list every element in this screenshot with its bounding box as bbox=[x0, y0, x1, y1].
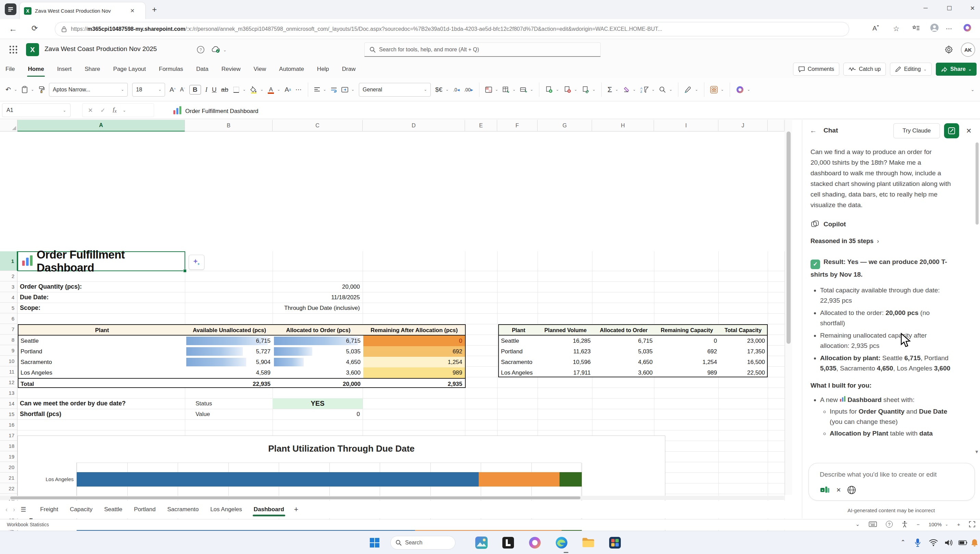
row-header-16[interactable]: 16 bbox=[0, 419, 18, 430]
row-header-5[interactable]: 5 bbox=[0, 302, 18, 313]
row-header-18[interactable]: 18 bbox=[0, 441, 18, 451]
ink-icon[interactable] bbox=[684, 86, 692, 93]
catch-up-button[interactable]: Catch up bbox=[843, 63, 886, 76]
input-value[interactable]: 20,000 bbox=[219, 283, 360, 290]
row-header-13[interactable]: 13 bbox=[0, 388, 18, 398]
chat-scroll-down-icon[interactable]: ▼ bbox=[975, 449, 979, 454]
vertical-scrollbar-thumb[interactable] bbox=[786, 132, 791, 344]
workbook-context-icon[interactable]: x bbox=[820, 485, 830, 495]
underline-button[interactable]: U bbox=[212, 86, 217, 94]
fill-color-icon[interactable] bbox=[250, 86, 257, 94]
name-box[interactable]: A1⌄ bbox=[2, 103, 70, 117]
views-icon[interactable] bbox=[710, 86, 718, 94]
number-format-select[interactable]: General⌄ bbox=[359, 83, 431, 97]
zoom-level[interactable]: 100% bbox=[929, 522, 942, 527]
sheet-tab-los-angeles[interactable]: Los Angeles bbox=[204, 501, 248, 518]
input-value[interactable]: Through Due Date (inclusive) bbox=[219, 305, 360, 312]
menu-tab-review[interactable]: Review bbox=[221, 64, 242, 75]
settings-gear-icon[interactable] bbox=[944, 45, 953, 56]
copilot-app-icon[interactable] bbox=[527, 535, 542, 550]
menu-tab-share[interactable]: Share bbox=[84, 64, 101, 75]
format-cells-icon[interactable] bbox=[582, 86, 589, 93]
file-explorer-icon[interactable] bbox=[581, 535, 596, 550]
store-app-icon[interactable] bbox=[608, 535, 622, 550]
save-state-chevron-icon[interactable]: ⌄ bbox=[223, 48, 226, 53]
row-header-21[interactable]: 21 bbox=[0, 473, 18, 483]
wifi-icon[interactable] bbox=[927, 536, 940, 549]
comments-button[interactable]: Comments bbox=[793, 63, 839, 76]
menu-tab-automate[interactable]: Automate bbox=[278, 64, 305, 75]
row-header-11[interactable]: 11 bbox=[0, 366, 18, 377]
column-header-A[interactable]: A bbox=[18, 120, 185, 132]
photos-app-icon[interactable] bbox=[474, 535, 489, 550]
row-header-15[interactable]: 15 bbox=[0, 409, 18, 419]
menu-tab-draw[interactable]: Draw bbox=[341, 64, 356, 75]
confirm-entry-icon[interactable]: ✓ bbox=[100, 107, 105, 114]
reasoned-steps-toggle[interactable]: Reasoned in 35 steps› bbox=[810, 238, 951, 245]
row-header-7[interactable]: 7 bbox=[0, 324, 18, 334]
row-header-2[interactable]: 2 bbox=[0, 271, 18, 282]
more-formatting-icon[interactable]: ⋯ bbox=[296, 86, 302, 94]
sheet-tab-dashboard[interactable]: Dashboard bbox=[248, 501, 290, 518]
window-close-button[interactable]: ✕ bbox=[970, 5, 975, 12]
column-header-I[interactable]: I bbox=[654, 120, 718, 132]
insert-cells-icon[interactable] bbox=[545, 86, 553, 93]
favorites-bar-icon[interactable] bbox=[912, 25, 920, 33]
row-header-8[interactable]: 8 bbox=[0, 334, 18, 345]
sheet-nav-prev-icon[interactable]: ‹ bbox=[5, 506, 8, 513]
copilot-cell-suggestion-button[interactable] bbox=[189, 255, 204, 270]
browser-tab[interactable]: X Zava West Coast Production Nov ✕ bbox=[20, 2, 145, 19]
vertical-scrollbar[interactable] bbox=[785, 120, 792, 495]
document-title[interactable]: Zava West Coast Production Nov 2025 bbox=[45, 45, 157, 53]
wrap-text-icon[interactable] bbox=[331, 87, 337, 92]
autosum-icon[interactable]: Σ bbox=[608, 85, 612, 94]
editing-mode-button[interactable]: Editing⌄ bbox=[890, 63, 932, 76]
horizontal-scrollbar-thumb[interactable] bbox=[10, 497, 581, 499]
column-header-C[interactable]: C bbox=[272, 120, 363, 132]
menu-tab-page-layout[interactable]: Page Layout bbox=[113, 64, 146, 75]
row-header-1[interactable]: 1 bbox=[0, 252, 18, 271]
row-header-9[interactable]: 9 bbox=[0, 345, 18, 356]
increase-font-icon[interactable]: A^ bbox=[170, 86, 175, 94]
delete-cells-icon[interactable] bbox=[564, 86, 571, 93]
microphone-icon[interactable] bbox=[911, 536, 924, 549]
app-search-box[interactable]: Search for tools, help, and more (Alt + … bbox=[364, 43, 601, 57]
chat-scrollbar-thumb[interactable] bbox=[975, 142, 978, 224]
remove-context-icon[interactable]: ✕ bbox=[836, 487, 841, 494]
row-header-22[interactable]: 22 bbox=[0, 483, 18, 494]
row-header-6[interactable]: 6 bbox=[0, 313, 18, 324]
browser-back-icon[interactable]: ← bbox=[9, 24, 17, 33]
selection-fill-handle[interactable] bbox=[183, 269, 187, 272]
row-header-4[interactable]: 4 bbox=[0, 292, 18, 302]
sheet-tab-seattle[interactable]: Seattle bbox=[98, 501, 128, 518]
increase-decimal-icon[interactable]: .00▸ bbox=[464, 87, 473, 92]
share-button[interactable]: Share⌄ bbox=[936, 63, 977, 76]
sheet-tab-capacity[interactable]: Capacity bbox=[64, 501, 98, 518]
menu-tab-home[interactable]: Home bbox=[27, 64, 45, 75]
taskbar-search[interactable]: Search bbox=[390, 536, 455, 549]
column-header-H[interactable]: H bbox=[592, 120, 654, 132]
strikethrough-button[interactable]: ab bbox=[221, 86, 228, 94]
web-globe-icon[interactable] bbox=[847, 486, 856, 494]
column-header-G[interactable]: G bbox=[538, 120, 592, 132]
row-header-19[interactable]: 19 bbox=[0, 451, 18, 462]
waffle-icon[interactable] bbox=[9, 45, 18, 56]
new-chat-button[interactable] bbox=[944, 123, 959, 138]
help-icon[interactable]: ? bbox=[886, 521, 892, 528]
column-header-J[interactable]: J bbox=[718, 120, 768, 132]
workbook-statistics[interactable]: Workbook Statistics bbox=[7, 522, 49, 527]
fx-icon[interactable]: fx bbox=[113, 106, 117, 114]
copilot-toolbar-icon[interactable] bbox=[736, 86, 744, 94]
conditional-formatting-icon[interactable] bbox=[485, 87, 492, 93]
decrease-font-icon[interactable]: Aˇ bbox=[180, 87, 185, 93]
new-tab-button[interactable]: + bbox=[152, 5, 157, 14]
select-all-corner[interactable] bbox=[0, 120, 18, 132]
align-icon[interactable] bbox=[314, 87, 320, 92]
zoom-in-icon[interactable]: + bbox=[957, 522, 960, 527]
tab-close-icon[interactable]: ✕ bbox=[130, 8, 135, 14]
window-minimize-button[interactable]: ─ bbox=[923, 5, 928, 12]
spreadsheet-grid[interactable]: ABCDEFGHIJ 12345678910111213141516171819… bbox=[0, 120, 792, 495]
row-header-14[interactable]: 14 bbox=[0, 398, 18, 409]
browser-refresh-icon[interactable]: ⟳ bbox=[32, 24, 38, 33]
column-header-B[interactable]: B bbox=[185, 120, 272, 132]
